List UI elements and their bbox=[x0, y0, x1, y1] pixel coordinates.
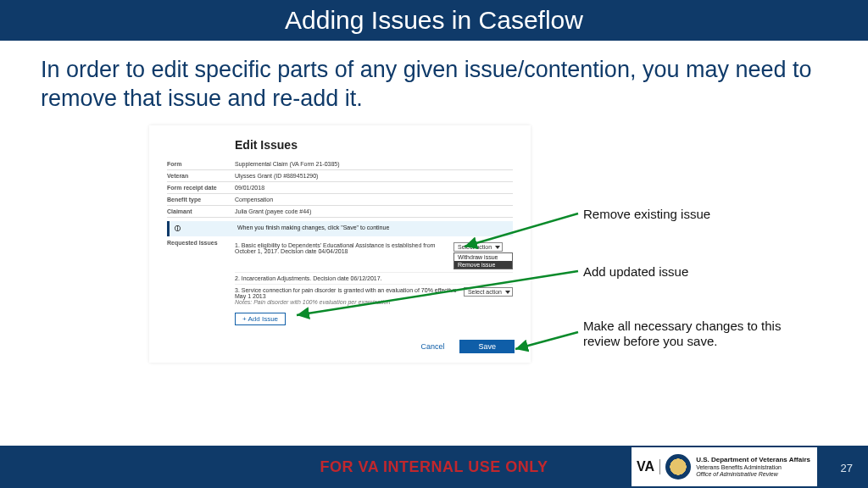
edit-issues-heading: Edit Issues bbox=[235, 138, 513, 152]
info-banner: ⓘ When you finish making changes, click … bbox=[167, 221, 513, 236]
info-icon: ⓘ bbox=[175, 225, 237, 233]
issue-1-dropdown[interactable]: Withdraw issue Remove issue bbox=[453, 252, 513, 269]
veteran-label: Veteran bbox=[167, 173, 235, 179]
intro-text: In order to edit specific parts of any g… bbox=[41, 56, 834, 114]
claimant-label: Claimant bbox=[167, 208, 235, 214]
save-button[interactable]: Save bbox=[459, 340, 515, 353]
issue-row-3: 3. Service connection for pain disorder … bbox=[235, 285, 513, 308]
claimant-value: Julia Grant (payee code #44) bbox=[235, 208, 513, 214]
va-seal-icon bbox=[665, 454, 691, 480]
chevron-down-icon bbox=[495, 246, 500, 249]
cancel-link[interactable]: Cancel bbox=[420, 342, 444, 351]
callout-add: Add updated issue bbox=[583, 264, 688, 279]
callout-save: Make all necessary changes to this revie… bbox=[583, 319, 804, 349]
issue-3-text: 3. Service connection for pain disorder … bbox=[235, 287, 459, 299]
add-issue-button[interactable]: + Add Issue bbox=[235, 313, 286, 325]
dropdown-withdraw-issue[interactable]: Withdraw issue bbox=[454, 253, 512, 261]
issue-1-select-action[interactable]: Select action bbox=[453, 242, 503, 252]
issue-row-2: 2. Incarceration Adjustments. Decision d… bbox=[235, 273, 513, 285]
footer-internal-use: FOR VA INTERNAL USE ONLY bbox=[320, 458, 548, 476]
row-form: Form Supplemental Claim (VA Form 21-0385… bbox=[167, 158, 513, 170]
page-number: 27 bbox=[841, 462, 853, 474]
benefit-label: Benefit type bbox=[167, 197, 235, 202]
benefit-value: Compensation bbox=[235, 197, 513, 202]
issue-1-text: 1. Basic eligibility to Dependents' Educ… bbox=[235, 242, 448, 254]
issue-row-1: 1. Basic eligibility to Dependents' Educ… bbox=[235, 240, 513, 273]
va-line3: Office of Administrative Review bbox=[696, 471, 778, 477]
veteran-value: Ulysses Grant (ID #889451290) bbox=[235, 173, 513, 179]
receipt-label: Form receipt date bbox=[167, 185, 235, 191]
dropdown-remove-issue[interactable]: Remove issue bbox=[454, 261, 512, 269]
caseflow-screenshot: Edit Issues Form Supplemental Claim (VA … bbox=[149, 125, 531, 363]
form-value: Supplemental Claim (VA Form 21-0385) bbox=[235, 161, 513, 167]
row-benefit: Benefit type Compensation bbox=[167, 194, 513, 206]
row-veteran: Veteran Ulysses Grant (ID #889451290) bbox=[167, 170, 513, 182]
issue-2-text: 2. Incarceration Adjustments. Decision d… bbox=[235, 275, 513, 281]
form-label: Form bbox=[167, 161, 235, 167]
va-logo-text: VA bbox=[637, 459, 660, 474]
slide-title: Adding Issues in Caseflow bbox=[0, 0, 868, 41]
callout-remove: Remove existing issue bbox=[583, 207, 710, 221]
issue-3-select-action[interactable]: Select action bbox=[464, 287, 513, 297]
content-area: Edit Issues Form Supplemental Claim (VA … bbox=[41, 125, 834, 380]
va-line2: Veterans Benefits Administration bbox=[696, 464, 782, 470]
va-text-block: U.S. Department of Veterans Affairs Vete… bbox=[696, 456, 810, 477]
row-claimant: Claimant Julia Grant (payee code #44) bbox=[167, 206, 513, 218]
row-receipt: Form receipt date 09/01/2018 bbox=[167, 182, 513, 194]
info-text: When you finish making changes, click "S… bbox=[237, 225, 389, 233]
va-dept: U.S. Department of Veterans Affairs bbox=[696, 456, 810, 463]
va-branding-block: VA U.S. Department of Veterans Affairs V… bbox=[632, 447, 817, 486]
requested-issues-label: Requested Issues bbox=[167, 240, 235, 325]
issue-3-note: Notes: Pain disorder with 100% evaluatio… bbox=[235, 299, 459, 305]
chevron-down-icon bbox=[505, 291, 510, 294]
receipt-value: 09/01/2018 bbox=[235, 185, 513, 191]
